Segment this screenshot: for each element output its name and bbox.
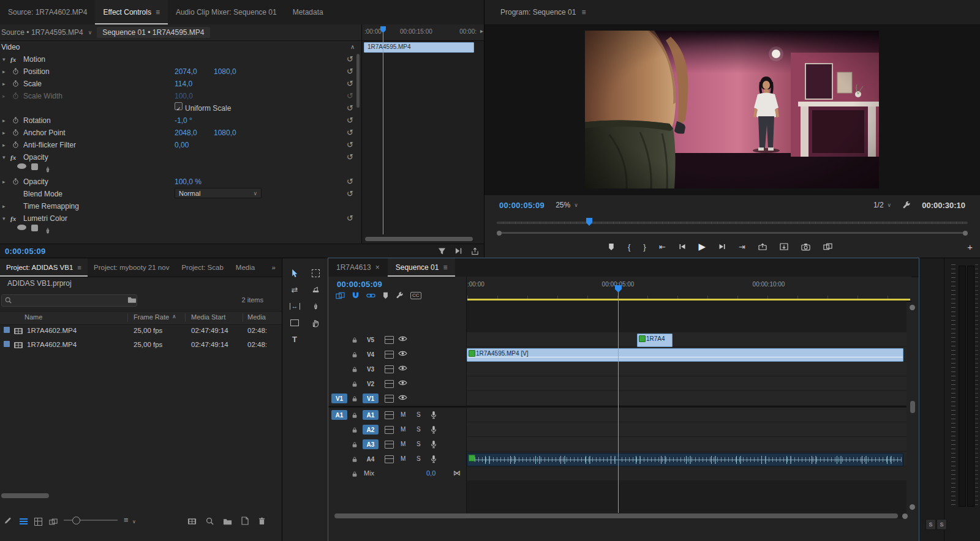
zoom-slider-knob[interactable] bbox=[72, 517, 80, 524]
sync-lock-icon[interactable] bbox=[385, 351, 394, 359]
ec-row-scale[interactable]: ▸ Scale 114,0 ↺ bbox=[0, 78, 361, 90]
opacity-rubber-band[interactable] bbox=[467, 357, 903, 357]
table-row[interactable]: 1R7A4602.MP4 25,00 fps 02:47:49:14 02:48… bbox=[0, 338, 282, 353]
program-current-timecode[interactable]: 00:00:05:09 bbox=[499, 201, 545, 210]
position-x-value[interactable]: 2074,0 bbox=[175, 65, 197, 78]
tab-source-monitor[interactable]: Source: 1R7A4602.MP4 bbox=[0, 0, 95, 24]
column-header-name[interactable]: Name bbox=[24, 313, 42, 321]
scrubber-track[interactable] bbox=[497, 222, 968, 224]
program-scrubber[interactable] bbox=[497, 218, 968, 228]
tab-metadata[interactable]: Metadata bbox=[285, 0, 331, 24]
scroll-right-icon[interactable]: ▸ bbox=[480, 28, 483, 34]
stopwatch-icon[interactable] bbox=[12, 178, 19, 185]
mark-out-button[interactable]: } bbox=[643, 242, 646, 252]
lock-icon[interactable] bbox=[352, 427, 358, 433]
solo-left-button[interactable]: S bbox=[925, 519, 936, 530]
close-icon[interactable]: × bbox=[375, 263, 380, 272]
disclosure-icon[interactable]: ▸ bbox=[2, 127, 6, 139]
zoom-handle-right[interactable] bbox=[963, 231, 968, 236]
mute-button[interactable]: M bbox=[401, 426, 405, 433]
ec-row-time-remapping[interactable]: ▸ Time Remapping bbox=[0, 200, 361, 212]
track-name-a1[interactable]: A1 bbox=[363, 410, 379, 420]
extract-button[interactable] bbox=[780, 243, 788, 250]
disclosure-icon[interactable]: ▸ bbox=[2, 200, 6, 212]
disclosure-icon[interactable]: ▸ bbox=[2, 139, 6, 151]
track-name-v5[interactable]: V5 bbox=[363, 335, 379, 345]
rectangle-tool[interactable] bbox=[287, 316, 303, 329]
solo-button[interactable]: S bbox=[417, 441, 421, 447]
tab-project-mybooty[interactable]: Project: mybooty 21 nov bbox=[88, 258, 175, 277]
disclosure-icon[interactable]: ▸ bbox=[2, 65, 6, 78]
stopwatch-icon[interactable] bbox=[12, 68, 19, 75]
effect-name[interactable]: Lumetri Color bbox=[23, 212, 67, 225]
track-name-a4[interactable]: A4 bbox=[363, 454, 379, 464]
track-output-eye-icon[interactable] bbox=[398, 379, 407, 386]
ec-source-clip-label[interactable]: Source • 1R7A4595.MP4 bbox=[1, 28, 83, 37]
tab-effect-controls[interactable]: Effect Controls≡ bbox=[95, 0, 168, 24]
ec-row-opacity[interactable]: ▸ Opacity 100,0 % ↺ bbox=[0, 176, 361, 188]
collapse-section-icon[interactable]: ∧ bbox=[350, 41, 355, 53]
reset-icon[interactable]: ↺ bbox=[347, 53, 353, 65]
table-row[interactable]: 1R7A4602.MP4 25,00 fps 02:47:49:14 02:48… bbox=[0, 324, 282, 338]
ec-row-anchor-point[interactable]: ▸ Anchor Point 2048,0 1080,0 ↺ bbox=[0, 127, 361, 139]
anti-flicker-value[interactable]: 0,00 bbox=[175, 139, 189, 151]
voiceover-mic-icon[interactable] bbox=[430, 425, 437, 434]
reset-icon[interactable]: ↺ bbox=[347, 176, 353, 188]
lock-icon[interactable] bbox=[352, 441, 358, 448]
export-frame-button[interactable] bbox=[801, 243, 810, 251]
ec-mini-timeline[interactable]: :00:00 00:00:15:00 00:00: ▸ 1R7A4595.MP4 bbox=[361, 24, 484, 244]
voiceover-mic-icon[interactable] bbox=[430, 440, 437, 449]
reset-icon[interactable]: ↺ bbox=[347, 114, 353, 127]
ec-row-opacity-group[interactable]: ▾ fx Opacity ↺ bbox=[0, 151, 361, 163]
ec-row-anti-flicker[interactable]: ▸ Anti-flicker Filter 0,00 ↺ bbox=[0, 139, 361, 151]
go-to-out-button[interactable]: ⇥ bbox=[739, 242, 745, 252]
sync-lock-icon[interactable] bbox=[385, 441, 394, 449]
scrollbar-handle[interactable] bbox=[902, 513, 908, 519]
ec-clip-bar[interactable]: 1R7A4595.MP4 bbox=[364, 42, 474, 53]
clip-name[interactable]: 1R7A4602.MP4 bbox=[27, 327, 77, 334]
track-name-v1[interactable]: V1 bbox=[363, 394, 379, 403]
track-name-v2[interactable]: V2 bbox=[363, 379, 379, 389]
program-video-frame[interactable] bbox=[585, 31, 879, 188]
voiceover-mic-icon[interactable] bbox=[430, 455, 437, 463]
pen-mask-icon[interactable] bbox=[44, 227, 51, 234]
rect-mask-icon[interactable] bbox=[31, 225, 38, 231]
ellipse-mask-icon[interactable] bbox=[17, 163, 26, 169]
lock-icon[interactable] bbox=[352, 471, 358, 477]
ec-row-blend-mode[interactable]: Blend Mode Normal∨ ↺ bbox=[0, 188, 361, 200]
mute-button[interactable]: M bbox=[401, 411, 405, 418]
stopwatch-icon[interactable] bbox=[12, 129, 19, 136]
timeline-horizontal-scrollbar[interactable] bbox=[334, 513, 898, 518]
ec-row-rotation[interactable]: ▸ Rotation -1,0 ° ↺ bbox=[0, 114, 361, 127]
vertical-scroll-bottom-handle[interactable] bbox=[910, 504, 915, 510]
panel-menu-icon[interactable]: ≡ bbox=[443, 263, 447, 272]
track-lane-a2[interactable] bbox=[466, 422, 907, 436]
sync-lock-icon[interactable] bbox=[385, 426, 394, 434]
panel-menu-icon[interactable]: ≡ bbox=[156, 8, 160, 17]
position-y-value[interactable]: 1080,0 bbox=[214, 65, 236, 78]
search-input[interactable] bbox=[1, 294, 137, 307]
reset-icon[interactable]: ↺ bbox=[347, 151, 353, 163]
lock-icon[interactable] bbox=[352, 351, 358, 358]
search-bin-icon[interactable] bbox=[127, 296, 137, 304]
ec-row-lumetri[interactable]: ▾ fx Lumetri Color ↺ bbox=[0, 212, 361, 225]
snap-icon[interactable] bbox=[352, 291, 360, 299]
pan-icon[interactable]: ⋈ bbox=[453, 469, 461, 477]
uniform-scale-checkbox[interactable]: ✓ bbox=[175, 102, 183, 110]
rotation-value[interactable]: -1,0 ° bbox=[175, 114, 192, 127]
track-name-a3[interactable]: A3 bbox=[363, 439, 379, 449]
type-tool[interactable]: T bbox=[287, 333, 303, 346]
track-select-forward-tool[interactable]: ⇄ bbox=[287, 283, 303, 296]
comparison-view-button[interactable] bbox=[823, 243, 832, 250]
ec-current-timecode[interactable]: 0:00:05:09 bbox=[5, 247, 46, 256]
reset-icon[interactable]: ↺ bbox=[347, 102, 353, 114]
playback-resolution-select[interactable]: 1/2 ∨ bbox=[873, 201, 891, 209]
button-editor-button[interactable]: + bbox=[967, 237, 973, 256]
lock-icon[interactable] bbox=[352, 337, 358, 343]
ellipse-mask-icon[interactable] bbox=[17, 225, 26, 230]
track-name-v3[interactable]: V3 bbox=[363, 364, 379, 374]
voiceover-mic-icon[interactable] bbox=[430, 411, 437, 419]
ec-row-position[interactable]: ▸ Position 2074,0 1080,0 ↺ bbox=[0, 65, 361, 78]
fx-badge-icon[interactable]: fx bbox=[10, 212, 16, 225]
mix-value[interactable]: 0,0 bbox=[426, 469, 435, 477]
